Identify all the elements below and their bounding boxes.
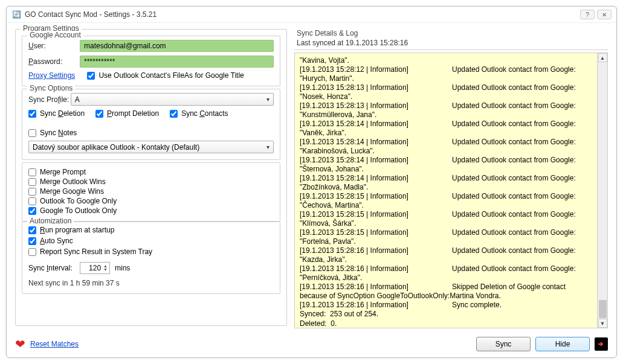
outlook-folder-combo[interactable]: Datový soubor aplikace Outlook - Kontakt…	[28, 141, 274, 153]
content-area: Program Settings Google Account User: Pa…	[7, 23, 616, 333]
footer: ❤ Reset Matches Sync Hide	[7, 333, 616, 357]
prompt-deletion-checkbox[interactable]: Prompt Deletion	[95, 109, 159, 118]
merge-google-wins-checkbox[interactable]: Merge Google Wins	[28, 187, 274, 196]
sync-contacts-checkbox[interactable]: Sync Contacts	[170, 109, 228, 118]
sync-notes-checkbox[interactable]: Sync Notes	[28, 129, 77, 137]
spinner-down-icon[interactable]: ▼	[103, 268, 108, 272]
sync-interval-input[interactable]: 120 ▲▼	[80, 262, 110, 274]
app-icon: 🔄	[11, 10, 21, 19]
sync-interval-label: Sync Interval:	[28, 264, 80, 272]
user-label: User:	[28, 42, 80, 50]
log-area[interactable]: "Kavina, Vojta".[19.1.2013 15:28:12 | In…	[294, 53, 608, 328]
password-input[interactable]	[80, 56, 274, 68]
exit-icon[interactable]	[595, 337, 608, 351]
window-title: GO Contact Sync Mod - Settings - 3.5.21	[25, 10, 578, 19]
last-synced-label: Last synced at 19.1.2013 15:28:16	[294, 39, 608, 50]
reset-matches-link[interactable]: Reset Matches	[30, 340, 79, 348]
sync-options-group: Sync Options Sync Profile: A ▾ Sync Dele…	[22, 89, 280, 160]
sync-interval-value: 120	[82, 264, 103, 272]
sync-details-label: Sync Details & Log	[294, 29, 608, 37]
hide-button[interactable]: Hide	[535, 337, 590, 351]
scroll-thumb[interactable]	[599, 300, 607, 318]
outlook-to-google-only-checkbox[interactable]: Outlook To Google Only	[28, 197, 274, 205]
merge-prompt-checkbox[interactable]: Merge Prompt	[28, 168, 274, 176]
sync-profile-label: Sync Profile:	[28, 95, 71, 104]
merge-outlook-wins-checkbox[interactable]: Merge Outlook Wins	[28, 177, 274, 186]
google-to-outlook-only-checkbox[interactable]: Google To Outlook Only	[28, 206, 274, 215]
main-window: 🔄 GO Contact Sync Mod - Settings - 3.5.2…	[6, 6, 617, 358]
scrollbar[interactable]: ▲ ▼	[597, 53, 607, 328]
outlook-folder-value: Datový soubor aplikace Outlook - Kontakt…	[33, 143, 199, 152]
use-outlook-fileas-checkbox[interactable]: Use Outlook Contact's FileAs for Google …	[87, 71, 244, 80]
sync-profile-combo[interactable]: A ▾	[71, 93, 274, 106]
automization-label: Automization	[27, 217, 74, 225]
sync-button[interactable]: Sync	[476, 337, 531, 351]
help-button[interactable]: ?	[580, 10, 595, 19]
heart-icon: ❤	[15, 337, 25, 351]
close-button[interactable]: ✕	[597, 10, 612, 19]
user-input[interactable]	[80, 40, 274, 52]
chevron-down-icon: ▾	[266, 144, 270, 150]
google-account-label: Google Account	[27, 31, 83, 39]
sync-profile-value: A	[75, 95, 80, 104]
scroll-down-icon[interactable]: ▼	[598, 319, 607, 328]
sync-deletion-checkbox[interactable]: Sync Deletion	[28, 109, 85, 118]
automization-group: Automization Run program at startup Auto…	[22, 222, 280, 294]
run-at-startup-checkbox[interactable]: Run program at startup	[28, 226, 274, 234]
next-sync-label: Next sync in 1 h 59 min 37 s	[28, 279, 274, 287]
sync-interval-unit: mins	[115, 264, 130, 272]
titlebar: 🔄 GO Contact Sync Mod - Settings - 3.5.2…	[7, 7, 616, 23]
chevron-down-icon: ▾	[266, 96, 270, 103]
scroll-up-icon[interactable]: ▲	[598, 53, 607, 62]
program-settings-group: Program Settings Google Account User: Pa…	[15, 29, 287, 326]
sync-options-label: Sync Options	[27, 84, 75, 92]
use-outlook-fileas-label: Use Outlook Contact's FileAs for Google …	[98, 71, 244, 80]
password-label: Password:	[28, 57, 80, 66]
report-in-tray-checkbox[interactable]: Report Sync Result in System Tray	[28, 247, 274, 256]
google-account-group: Google Account User: Password: Proxy Set…	[22, 36, 280, 86]
proxy-settings-link[interactable]: Proxy Settings	[28, 71, 75, 80]
auto-sync-checkbox[interactable]: Auto Sync	[28, 237, 274, 245]
merge-options-group: Merge Prompt Merge Outlook Wins Merge Go…	[22, 162, 280, 222]
